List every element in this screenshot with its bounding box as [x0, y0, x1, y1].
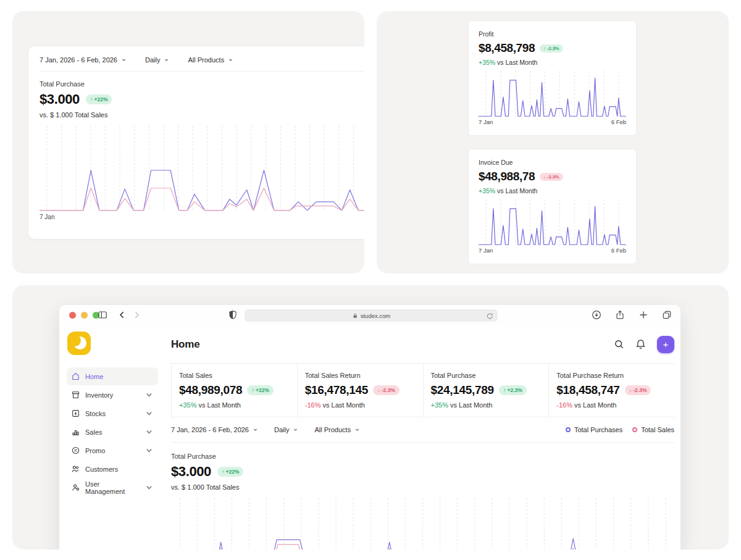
purchase-summary: Total Purchase $3.000 ↑ +22% vs. $ 1.000…: [171, 443, 674, 491]
bell-icon[interactable]: [635, 339, 646, 349]
sidebar-item-user-management[interactable]: User Management: [67, 479, 158, 496]
profit-chart: [479, 71, 626, 117]
share-icon[interactable]: [615, 310, 625, 320]
metric-value: $8,458,798: [479, 41, 535, 55]
stat-total-purchase-return: Total Purchase Return $18,458,747↓ -2.3%…: [548, 364, 674, 417]
legend-label: Total Sales: [641, 426, 674, 433]
sidebar-item-label: Inventory: [85, 391, 113, 399]
tab-overview-icon[interactable]: [662, 310, 672, 320]
sidebar-item-label: User Management: [85, 480, 140, 495]
browser-purchase-chart: [171, 498, 674, 550]
metric-label: Profit: [479, 30, 626, 38]
x-axis-labels: 7 Jan 6 Feb: [479, 247, 626, 254]
metric-label: Invoice Due: [479, 159, 626, 166]
minimize-window-button[interactable]: [81, 312, 88, 319]
trend-badge: ↑ -2.3%: [540, 44, 563, 52]
chevron-down-icon: [293, 427, 298, 432]
browser-chart-area: [171, 498, 674, 550]
studex-logo[interactable]: [67, 332, 91, 355]
sidebar-item-sales[interactable]: Sales: [67, 423, 158, 441]
sidebar-item-customers[interactable]: Customers: [67, 460, 158, 478]
date-range-value: 7 Jan, 2026 - 6 Feb, 2026: [171, 426, 249, 433]
downloads-icon[interactable]: [592, 310, 601, 320]
trend-badge: ↑ +22%: [217, 467, 244, 477]
purchase-overview-card: 7 Jan, 2026 - 6 Feb, 2026 Daily All Prod…: [28, 46, 364, 239]
legend-total-purchases[interactable]: Total Purchases: [566, 426, 622, 433]
delta-suffix: vs Last Month: [495, 187, 537, 194]
metric-label: Total Purchase: [171, 453, 674, 460]
chevron-down-icon: [164, 57, 169, 62]
forward-icon[interactable]: [132, 310, 141, 320]
delta-value: -16%: [556, 401, 572, 409]
x-axis-labels: 7 Jan: [40, 214, 364, 220]
delta-line: +35% vs Last Month: [479, 59, 626, 66]
trend-badge: ↑ +22%: [247, 385, 274, 395]
frequency-dropdown[interactable]: Daily: [145, 56, 169, 64]
products-dropdown[interactable]: All Products: [314, 426, 360, 433]
frequency-dropdown[interactable]: Daily: [274, 426, 298, 433]
stat-value: $18,458,747: [556, 383, 619, 397]
new-tab-icon[interactable]: [638, 310, 648, 320]
stat-value: $24,145,789: [431, 383, 494, 397]
search-icon[interactable]: [614, 339, 624, 349]
chevron-down-icon: [144, 483, 154, 492]
trend-badge: ↓ -2.3%: [540, 173, 563, 181]
legend-total-sales[interactable]: Total Sales: [632, 426, 674, 433]
stat-total-purchase: Total Purchase $24,145,789↑ +2.3% +35% v…: [423, 364, 549, 417]
back-icon[interactable]: [117, 310, 127, 320]
stat-label: Total Sales Return: [305, 372, 419, 379]
x-end-label: 6 Feb: [611, 247, 626, 254]
privacy-shield-icon[interactable]: [228, 310, 238, 320]
metric-value-row: $3.000 ↑ +22%: [40, 91, 364, 107]
chevron-down-icon: [144, 390, 154, 399]
close-window-button[interactable]: [69, 312, 76, 319]
sidebar-item-home[interactable]: Home: [67, 367, 158, 385]
sidebar-toggle-icon[interactable]: [98, 310, 107, 320]
date-range-dropdown[interactable]: 7 Jan, 2026 - 6 Feb, 2026: [40, 56, 127, 64]
logo-crescent-shape: [69, 335, 81, 346]
x-start-label: 7 Jan: [479, 119, 493, 125]
filters-row: 7 Jan, 2026 - 6 Feb, 2026 Daily All Prod…: [40, 56, 364, 64]
stocks-icon: [71, 409, 80, 418]
refresh-icon[interactable]: [486, 312, 493, 320]
metric-value-row: $8,458,798 ↑ -2.3%: [479, 41, 626, 55]
delta-line: +35% vs Last Month: [431, 401, 545, 409]
products-value: All Products: [188, 56, 224, 64]
metric-value-row: $48,988,78 ↓ -2.3%: [479, 170, 626, 183]
comparison-text: vs. $ 1.000 Total Sales: [171, 483, 674, 491]
panel-top-left: 7 Jan, 2026 - 6 Feb, 2026 Daily All Prod…: [12, 11, 364, 274]
header-actions: +: [614, 336, 674, 353]
frequency-value: Daily: [274, 426, 289, 433]
date-range-dropdown[interactable]: 7 Jan, 2026 - 6 Feb, 2026: [171, 426, 258, 433]
panel-top-right: Profit $8,458,798 ↑ -2.3% +35% vs Last M…: [377, 11, 729, 274]
sidebar-item-inventory[interactable]: Inventory: [67, 386, 158, 404]
chart-filter-row: 7 Jan, 2026 - 6 Feb, 2026 Daily All Prod…: [171, 417, 674, 443]
delta-suffix: vs Last Month: [196, 401, 241, 409]
profit-card: Profit $8,458,798 ↑ -2.3% +35% vs Last M…: [468, 20, 637, 136]
sidebar-item-label: Stocks: [85, 410, 106, 417]
panel-bottom: studex.com Home: [12, 285, 729, 550]
x-start-label: 7 Jan: [40, 214, 54, 220]
stat-label: Total Purchase Return: [556, 372, 671, 379]
stat-label: Total Sales: [179, 372, 293, 379]
chevron-down-icon: [228, 57, 233, 62]
main-content: Home + Total Sales $48,989,078↑ +22% +35…: [164, 325, 680, 550]
products-dropdown[interactable]: All Products: [188, 56, 233, 64]
chevron-down-icon: [121, 57, 127, 62]
traffic-lights: [69, 312, 99, 319]
address-bar[interactable]: studex.com: [245, 309, 498, 322]
sidebar-item-stocks[interactable]: Stocks: [67, 404, 158, 422]
metric-value: $3.000: [40, 91, 80, 107]
sidebar-item-promo[interactable]: Promo: [67, 441, 158, 459]
chevron-down-icon: [144, 427, 154, 437]
invoice-chart-area: [479, 199, 626, 245]
promo-icon: [71, 446, 80, 455]
delta-suffix: vs Last Month: [572, 401, 617, 409]
trend-badge: ↑ +2.3%: [499, 385, 527, 395]
stat-total-sales-return: Total Sales Return $16,478,145↓ -2.3% -1…: [297, 364, 423, 417]
profit-chart-area: [479, 71, 626, 117]
products-value: All Products: [314, 426, 351, 433]
browser-page: Home Inventory Stocks Sales: [59, 325, 680, 550]
trend-badge: ↑ +22%: [86, 94, 112, 104]
add-button[interactable]: +: [657, 336, 674, 353]
